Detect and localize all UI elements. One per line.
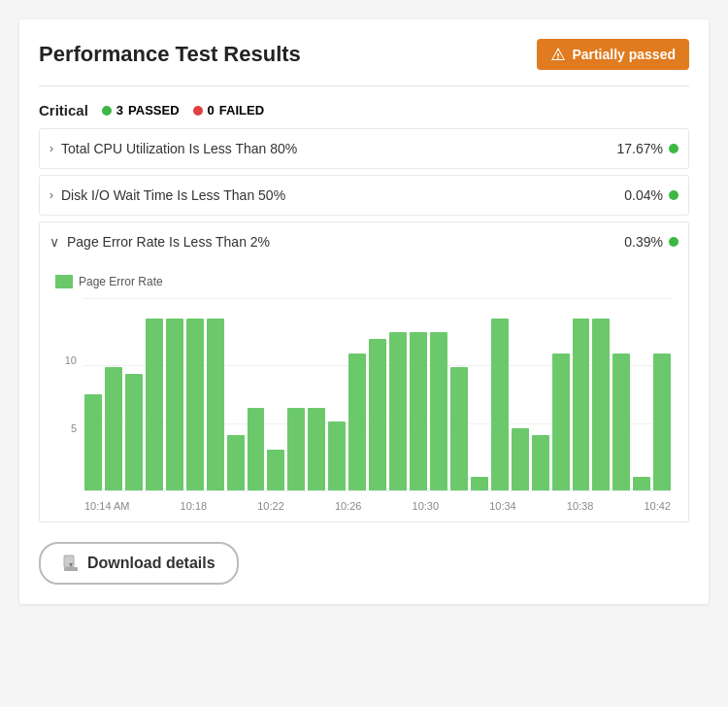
status-label: Partially passed [572, 47, 676, 62]
bar-3 [146, 319, 163, 490]
failed-count: 0 [208, 103, 215, 118]
bar-19 [471, 477, 488, 490]
bar-10 [287, 408, 305, 490]
x-label-0: 10:14 AM [84, 500, 129, 512]
chart-wrapper: 10 5 10:14 AM10:1810:2210:2610:3010:3410… [55, 298, 673, 512]
bar-23 [552, 354, 570, 490]
test-row-3-left: ∨ Page Error Rate Is Less Than 2% [50, 234, 270, 250]
x-label-7: 10:42 [644, 500, 671, 512]
section-title: Critical [39, 102, 88, 118]
bar-27 [633, 477, 650, 490]
bar-28 [653, 354, 671, 490]
svg-rect-1 [64, 567, 78, 571]
x-label-5: 10:34 [489, 500, 516, 512]
test-value-text-3: 0.39% [624, 234, 663, 250]
download-button[interactable]: Download details [39, 542, 239, 585]
chart-container: Page Error Rate 10 5 10:14 AM10:1810:221… [39, 261, 689, 522]
bar-25 [592, 319, 610, 490]
test-name-2: Disk I/O Wait Time Is Less Than 50% [61, 187, 285, 203]
test-name-1: Total CPU Utilization Is Less Than 80% [61, 141, 297, 156]
bar-15 [389, 332, 407, 490]
bar-13 [348, 354, 366, 490]
failed-label: FAILED [219, 103, 264, 118]
test-value-2: 0.04% [624, 187, 678, 203]
test-status-dot-2 [669, 190, 678, 200]
x-label-2: 10:22 [257, 500, 284, 512]
chart-area: 10:14 AM10:1810:2210:2610:3010:3410:3810… [83, 298, 673, 512]
bar-2 [125, 374, 143, 490]
bar-17 [430, 332, 447, 490]
bar-6 [207, 319, 224, 490]
test-row-2[interactable]: › Disk I/O Wait Time Is Less Than 50% 0.… [39, 175, 689, 216]
test-row-1[interactable]: › Total CPU Utilization Is Less Than 80%… [39, 128, 689, 169]
bars-row [83, 298, 673, 490]
section-header: Critical 3 PASSED 0 FAILED [39, 102, 689, 118]
test-name-3: Page Error Rate Is Less Than 2% [67, 234, 270, 250]
download-label: Download details [87, 555, 215, 572]
test-value-1: 17.67% [617, 141, 678, 156]
status-badge: Partially passed [537, 39, 689, 70]
bar-7 [227, 435, 245, 490]
main-container: Performance Test Results Partially passe… [19, 19, 709, 604]
passed-dot [102, 106, 112, 116]
legend-label: Page Error Rate [79, 275, 163, 288]
passed-badge: 3 PASSED [102, 103, 180, 118]
chevron-3: ∨ [50, 234, 59, 250]
test-row-1-left: › Total CPU Utilization Is Less Than 80% [50, 141, 297, 156]
bar-4 [166, 319, 183, 490]
failed-dot [193, 106, 203, 116]
bar-12 [328, 421, 346, 490]
bar-24 [573, 319, 590, 490]
bar-11 [308, 408, 325, 490]
badge-group: 3 PASSED 0 FAILED [102, 103, 264, 118]
test-status-dot-1 [669, 144, 678, 153]
test-value-text-2: 0.04% [624, 187, 663, 203]
svg-rect-0 [64, 556, 74, 567]
bar-14 [369, 339, 386, 490]
header-divider [39, 85, 689, 86]
chart-legend: Page Error Rate [55, 275, 673, 288]
x-label-3: 10:26 [335, 500, 362, 512]
test-status-dot-3 [669, 237, 678, 247]
bar-8 [248, 408, 265, 490]
test-row-2-left: › Disk I/O Wait Time Is Less Than 50% [50, 187, 285, 203]
page-title: Performance Test Results [39, 42, 301, 67]
bar-22 [532, 435, 549, 490]
download-icon [62, 554, 80, 573]
legend-color-swatch [55, 275, 73, 288]
x-label-6: 10:38 [567, 500, 594, 512]
header: Performance Test Results Partially passe… [39, 39, 689, 70]
y-label-5: 5 [71, 422, 77, 434]
passed-label: PASSED [128, 103, 180, 118]
bar-0 [84, 394, 102, 490]
test-row-3[interactable]: ∨ Page Error Rate Is Less Than 2% 0.39% [39, 221, 689, 261]
chevron-2: › [50, 188, 53, 202]
x-label-4: 10:30 [413, 500, 440, 512]
failed-badge: 0 FAILED [193, 103, 264, 118]
x-axis: 10:14 AM10:1810:2210:2610:3010:3410:3810… [83, 490, 673, 512]
bar-20 [491, 319, 509, 490]
bar-5 [186, 319, 204, 490]
chevron-1: › [50, 142, 53, 155]
warning-icon [550, 47, 566, 62]
bar-21 [512, 428, 529, 490]
x-label-1: 10:18 [181, 500, 208, 512]
bar-9 [267, 450, 284, 490]
bar-18 [450, 367, 468, 490]
test-value-text-1: 17.67% [617, 141, 663, 156]
bar-26 [612, 354, 630, 490]
y-label-10: 10 [65, 354, 77, 366]
bar-1 [105, 367, 122, 490]
test-value-3: 0.39% [624, 234, 678, 250]
passed-count: 3 [116, 103, 123, 118]
y-axis: 10 5 [55, 298, 83, 512]
bar-16 [410, 332, 427, 490]
